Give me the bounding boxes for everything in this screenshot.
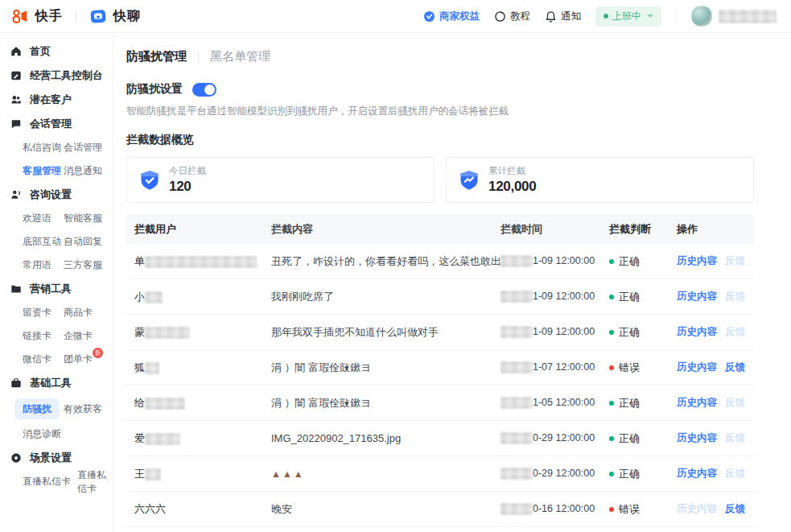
sidebar-item-potential-customers[interactable]: 潜在客户 — [0, 88, 113, 112]
setting-description: 智能防骚扰是平台通过智能模型识别到骚扰用户，开启设置后骚扰用户的会话将被拦截 — [126, 105, 772, 118]
date-redacted — [501, 432, 533, 444]
brand-area: 快手 快聊 — [11, 7, 141, 25]
sidebar-item-anti-harassment[interactable]: 防骚扰 — [14, 398, 60, 419]
kuaishou-logo-icon — [11, 7, 29, 25]
avatar[interactable] — [691, 6, 712, 27]
shield-check-icon — [138, 169, 161, 192]
bell-icon — [545, 10, 557, 23]
sidebar-item-third-party-cs[interactable]: 三方客服 — [64, 258, 102, 272]
stat-label: 累计拦截 — [488, 165, 536, 177]
stat-card-total: 累计拦截 120,000 — [446, 157, 754, 203]
benefit-badge-icon — [423, 10, 435, 23]
table-row: 六六六 晚安 0-16 12:00:00 错误 历史内容反馈 — [126, 492, 754, 527]
sidebar-item-smart-cs[interactable]: 智能客服 — [64, 212, 102, 225]
intercept-table: 拦截用户 拦截内容 拦截时间 拦截判断 操作 单 丑死了，咋设计的，你看看好看吗… — [126, 214, 754, 527]
col-time: 拦截时间 — [501, 222, 609, 237]
feedback-link[interactable]: 反馈 — [725, 503, 745, 514]
sidebar-item-lead-card[interactable]: 留资卡 — [23, 306, 64, 320]
sidebar-item-live-pm-card-2[interactable]: 直播私信卡 — [77, 468, 113, 496]
sidebar-item-bottom-interaction[interactable]: 底部互动 — [23, 235, 64, 249]
anti-harassment-toggle[interactable] — [192, 83, 216, 97]
user-name-redacted — [145, 398, 185, 410]
main-content: 防骚扰管理 黑名单管理 防骚扰设置 智能防骚扰是平台通过智能模型识别到骚扰用户，… — [113, 33, 791, 532]
sidebar-item-auto-reply[interactable]: 自动回复 — [64, 235, 102, 249]
feedback-link: 反馈 — [725, 397, 745, 408]
history-content-link[interactable]: 历史内容 — [677, 468, 717, 479]
console-icon — [10, 70, 22, 81]
stat-value: 120 — [169, 179, 206, 195]
sidebar-group-scene-settings[interactable]: 场景设置 — [0, 446, 113, 470]
date-redacted — [501, 326, 533, 338]
history-content-link[interactable]: 历史内容 — [677, 326, 717, 337]
judgment-dot-correct — [609, 436, 614, 441]
sidebar-group-consult-settings[interactable]: 咨询设置 — [0, 183, 113, 207]
anti-harassment-setting-label: 防骚扰设置 — [126, 82, 183, 97]
sidebar-group-session-management[interactable]: 会话管理 — [0, 112, 113, 136]
col-content: 拦截内容 — [271, 222, 501, 237]
sidebar-item-business-console[interactable]: 经营工具控制台 — [0, 64, 113, 88]
page-tabs: 防骚扰管理 黑名单管理 — [126, 49, 772, 64]
sidebar-item-cs-manage[interactable]: 客服管理 — [23, 164, 64, 178]
table-header: 拦截用户 拦截内容 拦截时间 拦截判断 操作 — [126, 214, 754, 244]
caret-down-icon — [647, 14, 653, 18]
sidebar-item-group-order-card[interactable]: 团单卡 新 — [64, 353, 93, 366]
sidebar-item-common-phrases[interactable]: 常用语 — [23, 258, 64, 272]
feedback-link: 反馈 — [725, 291, 745, 302]
judgment-dot-correct — [609, 401, 614, 406]
customers-icon — [10, 94, 22, 105]
sidebar-item-message-notice[interactable]: 消息通知 — [64, 164, 102, 178]
user-name-redacted — [145, 327, 190, 339]
sidebar-group-basic-tools[interactable]: 基础工具 — [0, 371, 113, 395]
feedback-link: 反馈 — [725, 255, 745, 266]
stat-card-today: 今日拦截 120 — [126, 157, 435, 203]
stat-cards: 今日拦截 120 累计拦截 120,000 — [126, 157, 754, 203]
col-judgment: 拦截判断 — [609, 222, 677, 237]
tutorial-link[interactable]: 教程 — [494, 10, 530, 23]
merchant-benefits-link[interactable]: 商家权益 — [423, 10, 480, 23]
table-row: 蒙 那年我双手插兜不知道什么叫做对手 1-09 12:00:00 正确 历史内容… — [126, 315, 754, 350]
history-content-link: 历史内容 — [677, 503, 717, 514]
date-redacted — [501, 361, 533, 373]
sidebar-item-wechat-card[interactable]: 微信卡 — [23, 353, 64, 366]
briefcase-icon — [10, 377, 22, 389]
sidebar-item-effective-leads[interactable]: 有效获客 — [64, 402, 102, 416]
history-content-link[interactable]: 历史内容 — [677, 361, 717, 373]
sidebar-item-welcome-message[interactable]: 欢迎语 — [23, 212, 64, 225]
brand-kuaishou-label: 快手 — [35, 8, 63, 25]
date-redacted — [501, 255, 533, 267]
stat-label: 今日拦截 — [169, 165, 206, 177]
sidebar-item-session-manage[interactable]: 会话管理 — [64, 141, 102, 155]
feedback-link: 反馈 — [725, 326, 745, 337]
date-redacted — [501, 468, 533, 480]
sidebar-item-qiwei-card[interactable]: 企微卡 — [64, 329, 93, 343]
history-content-link[interactable]: 历史内容 — [677, 397, 717, 408]
folder-icon — [10, 283, 22, 295]
table-row: 狐 涓 ）闇 富瑕佺敱鏉ヨ 1-07 12:00:00 错误 历史内容反馈 — [126, 350, 754, 386]
date-redacted — [501, 503, 533, 515]
brand-divider — [76, 10, 76, 23]
notification-link[interactable]: 通知 — [545, 10, 581, 23]
feedback-link: 反馈 — [725, 432, 745, 443]
table-row: 单 丑死了，咋设计的，你看看好看吗，这么菜也敢出来做设... 1-09 12:0… — [126, 244, 754, 279]
history-content-link[interactable]: 历史内容 — [677, 291, 717, 302]
sidebar-item-live-pm-card-1[interactable]: 直播私信卡 — [23, 475, 71, 489]
sidebar-item-product-card[interactable]: 商品卡 — [64, 306, 93, 320]
history-content-link[interactable]: 历史内容 — [677, 432, 717, 443]
sidebar: 首页 经营工具控制台 潜在客户 会话管理 私信咨询 会话管理 客服管理 消息通知… — [0, 33, 113, 532]
feedback-link[interactable]: 反馈 — [725, 361, 745, 373]
table-row: 小 我刚刚吃席了 1-09 12:00:00 正确 历史内容反馈 — [126, 279, 754, 315]
tab-blacklist[interactable]: 黑名单管理 — [210, 49, 270, 64]
judgment-dot-correct — [609, 472, 614, 476]
tab-anti-harassment[interactable]: 防骚扰管理 — [126, 49, 187, 64]
history-content-link[interactable]: 历史内容 — [677, 255, 717, 266]
sidebar-item-link-card[interactable]: 链接卡 — [23, 329, 64, 343]
judgment-dot-wrong — [609, 365, 614, 370]
user-name-redacted — [145, 468, 161, 480]
sidebar-group-marketing-tools[interactable]: 营销工具 — [0, 277, 113, 301]
col-action: 操作 — [677, 222, 754, 237]
sidebar-item-message-diagnosis[interactable]: 消息诊断 — [23, 427, 61, 441]
work-status-dropdown[interactable]: 上班中 — [595, 6, 661, 27]
sidebar-item-private-chat[interactable]: 私信咨询 — [23, 141, 64, 155]
tab-divider — [198, 52, 199, 63]
sidebar-item-home[interactable]: 首页 — [0, 39, 113, 64]
